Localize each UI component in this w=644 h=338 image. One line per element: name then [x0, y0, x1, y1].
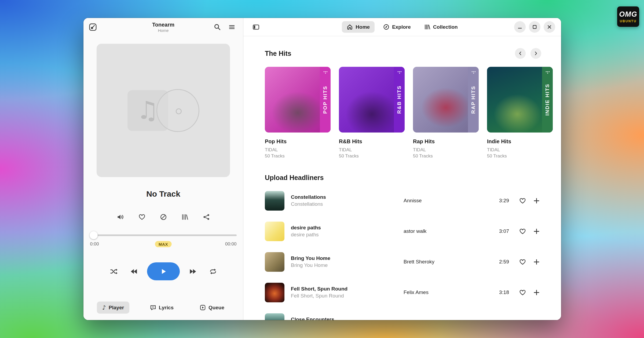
tab-explore[interactable]: Explore: [378, 21, 416, 33]
seek-slider[interactable]: [90, 234, 237, 236]
cover-ribbon-label: INDIE HITS: [542, 67, 553, 133]
track-row[interactable]: Fell Short, Spun Round Fell Short, Spun …: [265, 277, 555, 308]
carousel-prev-button[interactable]: [515, 48, 526, 59]
track-album: Bring You Home: [291, 262, 404, 268]
carousel-next-button[interactable]: [530, 48, 541, 59]
close-button[interactable]: [544, 21, 555, 33]
speaker-icon: [117, 214, 124, 221]
playlist-card-pop-hits[interactable]: POP HITS Pop Hits TIDAL 50 Tracks: [265, 67, 331, 159]
favorite-track-button[interactable]: [517, 317, 528, 320]
repeat-icon: [209, 268, 217, 275]
next-button[interactable]: [187, 265, 200, 278]
compass-icon: [383, 24, 389, 30]
tab-explore-label: Explore: [392, 24, 411, 30]
heart-icon: [519, 289, 526, 296]
play-button[interactable]: [147, 262, 180, 280]
time-row: 0:00 MAX 00:00: [90, 241, 237, 247]
elapsed-time: 0:00: [90, 241, 99, 247]
share-icon: [203, 214, 210, 221]
share-button[interactable]: [200, 211, 213, 223]
radio-button[interactable]: [157, 211, 170, 223]
track-row[interactable]: Bring You Home Bring You Home Brett Sher…: [265, 247, 555, 277]
favorite-track-button[interactable]: [517, 286, 528, 298]
cover-ribbon-label: RAP HITS: [468, 67, 479, 133]
track-row[interactable]: Close Encounters Close Encounters Lily A…: [265, 308, 555, 320]
track-artwork: [265, 191, 284, 211]
playlist-cover: RAP HITS: [413, 67, 479, 133]
main-menu-button[interactable]: [226, 21, 238, 33]
favorite-track-button[interactable]: [517, 225, 528, 237]
playlist-title: Pop Hits: [265, 138, 331, 145]
add-track-button[interactable]: [530, 317, 542, 320]
cd-disc-icon: [156, 89, 199, 132]
tab-queue[interactable]: Queue: [194, 302, 230, 314]
repeat-button[interactable]: [207, 265, 219, 278]
track-row[interactable]: Constellations Constellations Annisse 3:…: [265, 185, 555, 216]
shuffle-button[interactable]: [107, 265, 120, 278]
search-button[interactable]: [211, 21, 223, 33]
sidebar-toggle-icon: [253, 24, 259, 31]
maximize-button[interactable]: [529, 21, 540, 33]
track-album: desire paths: [291, 232, 404, 238]
tonearm-window: Tonearm Home ♫: [83, 18, 561, 320]
tab-lyrics[interactable]: Lyrics: [145, 302, 179, 314]
playlist-track-count: 50 Tracks: [339, 153, 405, 159]
playlist-cover: R&B HITS: [339, 67, 405, 133]
minimize-icon: [517, 24, 523, 30]
heart-icon: [519, 320, 526, 320]
track-meta: Bring You Home Bring You Home: [291, 255, 404, 268]
heart-icon: [138, 214, 145, 221]
track-duration: 3:29: [488, 198, 509, 204]
add-track-button[interactable]: [530, 225, 542, 237]
chevron-left-icon: [518, 51, 523, 56]
music-note-icon: ♪: [102, 305, 106, 311]
tidal-dots-icon: [323, 69, 328, 75]
track-row[interactable]: desire paths desire paths astor walk 3:0…: [265, 216, 555, 247]
volume-button[interactable]: [114, 211, 127, 223]
playlist-card-rnb-hits[interactable]: R&B HITS R&B Hits TIDAL 50 Tracks: [339, 67, 405, 159]
main-nav-tabs: Home Explore Collection: [342, 21, 462, 33]
tab-collection[interactable]: Collection: [419, 21, 463, 33]
favorite-button[interactable]: [136, 211, 148, 223]
tidal-dots-icon: [545, 69, 551, 75]
home-icon: [347, 24, 353, 30]
total-time: 00:00: [225, 241, 237, 247]
add-track-button[interactable]: [530, 256, 542, 268]
music-note-icon: ♫: [137, 98, 159, 123]
tab-home[interactable]: Home: [342, 21, 375, 33]
track-artwork: [265, 222, 284, 241]
app-icon: [89, 23, 97, 31]
add-track-button[interactable]: [530, 195, 542, 207]
main-content: The Hits: [243, 36, 561, 320]
playlist-card-rap-hits[interactable]: RAP HITS Rap Hits TIDAL 50 Tracks: [413, 67, 479, 159]
headliners-section-title: Upload Headliners: [265, 174, 555, 182]
app-title: Tonearm: [152, 22, 174, 28]
track-artist: Brett Sheroky: [404, 259, 488, 265]
playlist-title: R&B Hits: [339, 138, 405, 145]
window-controls: [514, 21, 555, 33]
seek-knob[interactable]: [90, 231, 98, 239]
track-duration: 3:07: [488, 228, 509, 234]
track-title: Close Encounters: [291, 317, 404, 320]
playlist-source: TIDAL: [487, 147, 553, 153]
shuffle-icon: [110, 268, 118, 275]
minimize-button[interactable]: [514, 21, 526, 33]
track-duration: 3:18: [488, 289, 509, 295]
logo-text-top: OMG: [619, 10, 637, 19]
hits-section-header: The Hits: [265, 48, 555, 59]
playlist-card-indie-hits[interactable]: INDIE HITS Indie Hits TIDAL 50 Tracks: [487, 67, 553, 159]
favorite-track-button[interactable]: [517, 195, 528, 207]
plus-icon: [533, 259, 540, 265]
previous-button[interactable]: [127, 265, 140, 278]
maximize-icon: [532, 24, 537, 30]
chevron-right-icon: [533, 51, 538, 56]
plus-icon: [533, 320, 540, 320]
favorite-track-button[interactable]: [517, 256, 528, 268]
sidebar-toggle-button[interactable]: [250, 21, 262, 33]
headliners-track-list: Constellations Constellations Annisse 3:…: [265, 185, 555, 320]
track-artwork: [265, 313, 284, 320]
add-to-library-button[interactable]: [179, 211, 191, 223]
tab-player[interactable]: ♪ Player: [97, 302, 129, 314]
add-track-button[interactable]: [530, 286, 542, 298]
player-sidebar: Tonearm Home ♫: [83, 18, 243, 320]
